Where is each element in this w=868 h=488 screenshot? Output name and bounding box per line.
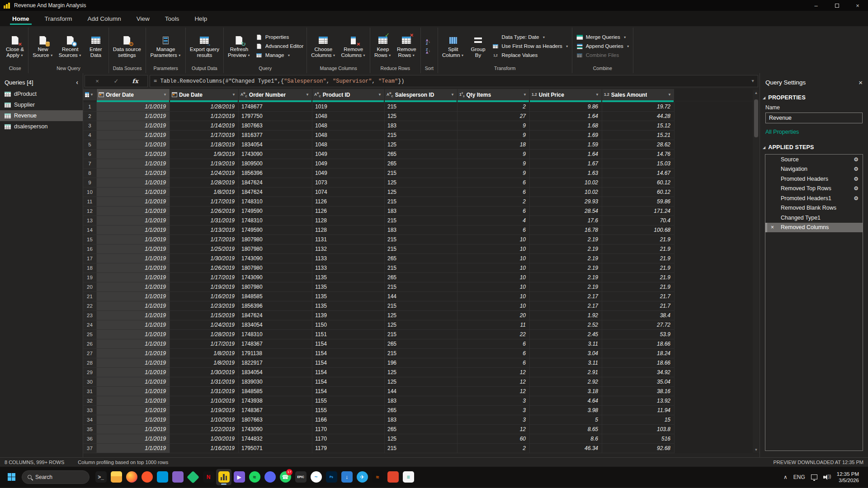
cell[interactable]: 1/1/2019 (97, 406, 170, 415)
applied-step-promoted-headers[interactable]: Promoted Headers ⚙ (765, 174, 863, 184)
applied-step-changed-type1[interactable]: Changed Type1 (765, 213, 863, 223)
cell[interactable]: 1/1/2019 (97, 368, 170, 377)
cell[interactable]: 3 (458, 415, 530, 425)
cell[interactable]: 1/9/2019 (170, 150, 239, 159)
cell[interactable]: 1073 (312, 178, 385, 188)
cell[interactable]: 6 (458, 188, 530, 197)
cell[interactable]: 1170 (312, 425, 385, 434)
cell[interactable]: 2.19 (530, 244, 602, 254)
cell[interactable]: 1154 (312, 377, 385, 387)
split-column-button[interactable]: SplitColumn▼ (439, 33, 467, 60)
cell[interactable]: 10.02 (530, 188, 602, 197)
cell[interactable]: 2.19 (530, 282, 602, 292)
start-button[interactable] (5, 470, 18, 484)
row-number[interactable]: 28 (83, 358, 97, 368)
manage-parameters-button[interactable]: ManageParameters▼ (147, 33, 184, 60)
cell[interactable]: 1/14/2019 (170, 121, 239, 131)
cell[interactable]: 1834054 (239, 368, 312, 377)
cell[interactable]: 1748367 (239, 406, 312, 415)
taskbar-app-discord[interactable] (262, 469, 278, 485)
data-type-date-button[interactable]: Data Type: Date▼ (491, 33, 569, 41)
cell[interactable]: 10 (458, 263, 530, 273)
cell[interactable]: 14.76 (602, 150, 675, 159)
cell[interactable]: 1049 (312, 169, 385, 178)
cell[interactable]: 1126 (312, 197, 385, 206)
cell[interactable]: 10 (458, 282, 530, 292)
cell[interactable]: 1749590 (239, 206, 312, 216)
cell[interactable]: 44.28 (602, 112, 675, 121)
cell[interactable]: 1133 (312, 263, 385, 273)
cell[interactable]: 18.66 (602, 339, 675, 349)
taskbar-app-spotify[interactable]: ≈ (247, 469, 262, 485)
cell[interactable]: 1/26/2019 (170, 263, 239, 273)
taskbar-app-file-explorer[interactable] (108, 469, 124, 485)
cell[interactable]: 15.12 (602, 121, 675, 131)
cell[interactable]: 1/17/2019 (170, 273, 239, 282)
cell[interactable]: 171.24 (602, 206, 675, 216)
sort-ascending-button[interactable]: AZ↓ (424, 38, 434, 46)
maximize-button[interactable] (826, 0, 847, 11)
cell[interactable]: 10 (458, 273, 530, 282)
cell[interactable]: 4.64 (530, 396, 602, 406)
scroll-down-icon[interactable]: ▼ (755, 446, 758, 453)
properties-section-header[interactable]: ◢ PROPERTIES (760, 91, 868, 103)
cell[interactable]: 1/1/2019 (97, 349, 170, 358)
query-item-dproduct[interactable]: dProduct (0, 89, 83, 99)
cell[interactable]: 125 (385, 368, 458, 377)
cell[interactable]: 2.52 (530, 320, 602, 330)
cell[interactable]: 1/20/2019 (170, 434, 239, 444)
cell[interactable]: 1/1/2019 (97, 206, 170, 216)
cell[interactable]: 1743090 (239, 425, 312, 434)
cell[interactable]: 1/12/2019 (170, 112, 239, 121)
row-number[interactable]: 6 (83, 150, 97, 159)
gear-icon[interactable]: ⚙ (854, 185, 863, 192)
cell[interactable]: 1179 (312, 444, 385, 453)
cell[interactable]: 125 (385, 140, 458, 150)
row-number[interactable]: 18 (83, 263, 97, 273)
language-indicator[interactable]: ENG (793, 474, 805, 480)
data-source-settings-button[interactable]: ⚙ Data sourcesettings (110, 33, 144, 60)
cell[interactable]: 9 (458, 131, 530, 140)
cell[interactable]: 1748310 (239, 330, 312, 339)
column-header-order-date[interactable]: Order Date ▼ (97, 89, 170, 100)
cell[interactable]: 1/17/2019 (170, 131, 239, 140)
cell[interactable]: 21.7 (602, 301, 675, 311)
cell[interactable]: 6 (458, 349, 530, 358)
cell[interactable]: 22 (458, 330, 530, 339)
taskbar-app-epic-games[interactable]: EPIC (293, 469, 308, 485)
cell[interactable]: 1049 (312, 159, 385, 169)
cell[interactable]: 1/26/2019 (170, 206, 239, 216)
cell[interactable]: 1/22/2019 (170, 425, 239, 434)
cell[interactable]: 3.11 (530, 358, 602, 368)
column-header-due-date[interactable]: Due Date ▼ (170, 89, 239, 100)
cell[interactable]: 1126 (312, 206, 385, 216)
clock[interactable]: 12:35 PM 3/5/2026 (837, 471, 859, 483)
close-apply-button[interactable]: × Close &Apply▼ (3, 33, 27, 60)
cell[interactable]: 1/1/2019 (97, 150, 170, 159)
cell[interactable]: 2 (458, 102, 530, 112)
cell[interactable]: 6 (458, 358, 530, 368)
cell[interactable]: 28.62 (602, 140, 675, 150)
cell[interactable]: 1/1/2019 (97, 415, 170, 425)
cell[interactable]: 1/1/2019 (97, 216, 170, 225)
sort-descending-button[interactable]: ZA↓ (424, 47, 434, 55)
cell[interactable]: 9 (458, 159, 530, 169)
cell[interactable]: 21.9 (602, 273, 675, 282)
cell[interactable]: 1048 (312, 140, 385, 150)
row-number[interactable]: 19 (83, 273, 97, 282)
cell[interactable]: 15.21 (602, 131, 675, 140)
cell[interactable]: 2.91 (530, 368, 602, 377)
remove-rows-button[interactable]: × RemoveRows▼ (394, 33, 419, 60)
cell[interactable]: 1/1/2019 (97, 320, 170, 330)
cell[interactable]: 3.18 (530, 387, 602, 396)
cell[interactable]: 53.9 (602, 330, 675, 339)
applied-step-promoted-headers1[interactable]: Promoted Headers1 ⚙ (765, 193, 863, 203)
query-item-supplier[interactable]: Supplier (0, 99, 83, 110)
cell[interactable]: 11 (458, 320, 530, 330)
cell[interactable]: 215 (385, 235, 458, 244)
cell[interactable]: 1/19/2019 (170, 159, 239, 169)
cell[interactable]: 1847624 (239, 188, 312, 197)
taskbar-app-whatsapp[interactable]: ☎ 17 (278, 469, 293, 485)
row-number[interactable]: 15 (83, 235, 97, 244)
cell[interactable]: 12 (458, 377, 530, 387)
